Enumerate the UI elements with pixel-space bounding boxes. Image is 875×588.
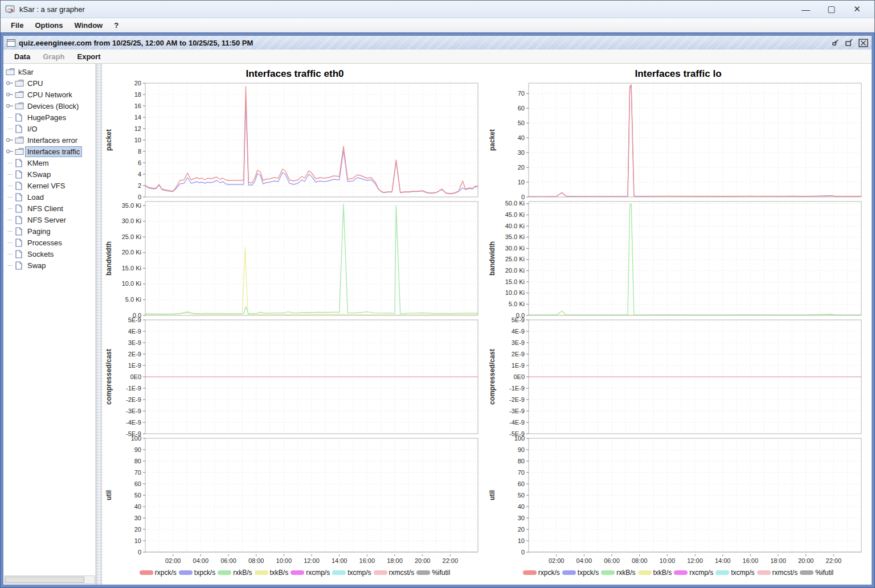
menu-item-export[interactable]: Export xyxy=(72,51,105,63)
y-tick-label: 1E-9 xyxy=(512,362,525,369)
legend-label: rxmcst/s xyxy=(772,569,798,577)
sidebar-item-processes[interactable]: Processes xyxy=(6,237,96,248)
internal-close-button[interactable] xyxy=(858,38,868,47)
x-tick-label: 22:00 xyxy=(443,557,459,564)
tree-expand-handle[interactable] xyxy=(6,80,14,86)
legend-swatch xyxy=(140,570,153,575)
sidebar-item-kswap[interactable]: KSwap xyxy=(6,168,96,180)
sidebar-item-paging[interactable]: Paging xyxy=(6,225,96,237)
y-tick-label: 4E-9 xyxy=(128,328,141,335)
iconify-button[interactable] xyxy=(831,38,841,47)
legend-swatch xyxy=(757,570,771,575)
file-icon xyxy=(15,216,23,224)
sidebar-item-label: Kernel VFS xyxy=(25,180,67,191)
lo-x-axis: 02:0004:0006:0008:0010:0012:0014:0016:00… xyxy=(486,554,867,566)
legend-swatch xyxy=(374,570,387,575)
x-tick-label: 16:00 xyxy=(359,557,375,564)
split-pane-divider[interactable] xyxy=(96,64,102,585)
menu-item-options[interactable]: Options xyxy=(29,19,68,31)
legend-swatch xyxy=(255,570,268,575)
y-tick-label: 100 xyxy=(131,436,141,442)
window-titlebar[interactable]: kSar : a sar grapher — ▢ ✕ xyxy=(1,1,874,18)
legend-label: rxkB/s xyxy=(616,569,635,577)
y-tick-label: -1E-9 xyxy=(126,385,141,392)
y-tick-label: 45.0 Ki xyxy=(505,211,525,218)
menu-item-file[interactable]: File xyxy=(5,19,29,31)
y-tick-label: 0 xyxy=(521,549,525,555)
y-tick-label: 5E-9 xyxy=(512,318,525,323)
y-tick-label: 0 xyxy=(138,194,141,200)
sidebar-item-interfaces-traffic[interactable]: Interfaces traffic xyxy=(6,146,96,157)
y-tick-label: 100 xyxy=(514,436,525,442)
y-tick-label: 3E-9 xyxy=(128,339,141,346)
chart-title: Interfaces traffic eth0 xyxy=(103,65,486,81)
lo-packet-plot[interactable]: 010203040506070packet xyxy=(486,81,867,199)
tree-expand-handle[interactable] xyxy=(6,92,14,97)
sidebar-item-kernel-vfs[interactable]: Kernel VFS xyxy=(6,180,96,191)
internal-frame-titlebar[interactable]: quiz.eeengineer.com from 10/25/25, 12:00… xyxy=(3,36,872,50)
sidebar-item-label: Devices (Block) xyxy=(25,101,81,112)
sidebar-item-cpu-network[interactable]: CPU Network xyxy=(6,89,96,100)
x-tick-label: 14:00 xyxy=(715,557,731,564)
y-tick-label: 40 xyxy=(518,134,525,141)
legend-item-txcmp-s: txcmp/s xyxy=(715,569,754,577)
file-icon xyxy=(15,261,23,270)
sidebar-root[interactable]: kSar xyxy=(6,66,96,77)
legend-swatch xyxy=(674,570,688,575)
sidebar-item-hugepages[interactable]: HugePages xyxy=(6,112,96,123)
sidebar-item-swap[interactable]: Swap xyxy=(6,260,96,271)
eth0-compressed-cast-plot[interactable]: 5E-94E-93E-92E-91E-90E0-1E-9-2E-9-3E-9-4… xyxy=(103,318,484,436)
y-tick-label: 1E-9 xyxy=(128,362,141,369)
y-tick-label: 20 xyxy=(134,81,141,87)
lo-compressed-cast-plot[interactable]: 5E-94E-93E-92E-91E-90E0-1E-9-2E-9-3E-9-4… xyxy=(486,318,867,436)
eth0-packet-plot[interactable]: 02468101214161820packet xyxy=(103,81,484,199)
file-icon xyxy=(15,204,23,213)
legend-item-rxpck-s: rxpck/s xyxy=(140,569,177,577)
sidebar: kSarCPUCPU NetworkDevices (Block)HugePag… xyxy=(3,64,96,585)
eth0-bandwidth-plot[interactable]: 0.05.0 Ki10.0 Ki15.0 Ki20.0 Ki25.0 Ki30.… xyxy=(103,199,484,318)
sidebar-item-nfs-server[interactable]: NFS Server xyxy=(6,214,96,225)
x-tick-label: 04:00 xyxy=(576,557,592,564)
y-tick-label: 50.0 Ki xyxy=(505,200,525,207)
menu-item-[interactable]: ? xyxy=(108,19,124,31)
menu-item-data[interactable]: Data xyxy=(9,51,35,63)
sidebar-item-nfs-client[interactable]: NFS Client xyxy=(6,203,96,214)
maximize-button[interactable]: ▢ xyxy=(819,1,844,17)
tree-expand-handle[interactable] xyxy=(6,149,14,154)
sidebar-item-kmem[interactable]: KMem xyxy=(6,157,96,168)
tree-expand-handle[interactable] xyxy=(6,137,14,143)
legend-item-txcmp-s: txcmp/s xyxy=(332,569,371,577)
tree-horizontal-scrollbar[interactable] xyxy=(4,575,95,584)
menu-item-window[interactable]: Window xyxy=(69,19,109,31)
folder-icon xyxy=(6,68,15,76)
sidebar-item-devices-block[interactable]: Devices (Block) xyxy=(6,100,96,112)
y-tick-label: 30 xyxy=(518,149,525,156)
y-tick-label: -2E-9 xyxy=(509,396,525,403)
sidebar-item-i-o[interactable]: I/O xyxy=(6,123,96,134)
legend-label: txkB/s xyxy=(270,569,289,577)
y-tick-label: 5E-9 xyxy=(128,318,141,323)
lo-bandwidth-plot[interactable]: 0.05.0 Ki10.0 Ki15.0 Ki20.0 Ki25.0 Ki30.… xyxy=(486,199,867,318)
tree-expand-handle[interactable] xyxy=(6,103,14,109)
sidebar-item-interfaces-error[interactable]: Interfaces error xyxy=(6,134,96,146)
lo-util-plot[interactable]: 0102030405060708090100util xyxy=(486,436,867,554)
y-tick-label: 70 xyxy=(518,469,525,476)
legend-label: txkB/s xyxy=(653,569,672,577)
legend-label: rxcmp/s xyxy=(306,569,330,577)
y-tick-label: 40.0 Ki xyxy=(505,223,525,229)
x-tick-label: 18:00 xyxy=(387,557,403,564)
close-button[interactable]: ✕ xyxy=(844,1,870,17)
restore-button[interactable] xyxy=(844,38,854,47)
sidebar-item-sockets[interactable]: Sockets xyxy=(6,248,96,260)
y-tick-label: 5.0 Ki xyxy=(125,296,141,303)
y-tick-label: 10 xyxy=(134,137,141,143)
y-tick-label: 70 xyxy=(134,469,141,476)
sidebar-item-cpu[interactable]: CPU xyxy=(6,77,96,89)
sidebar-item-load[interactable]: Load xyxy=(6,191,96,203)
y-tick-label: 20.0 Ki xyxy=(122,249,141,256)
minimize-button[interactable]: — xyxy=(793,1,819,17)
y-tick-label: -1E-9 xyxy=(509,385,525,392)
y-tick-label: 20.0 Ki xyxy=(505,267,525,274)
eth0-util-plot[interactable]: 0102030405060708090100util xyxy=(103,436,484,554)
scrollbar-thumb[interactable] xyxy=(5,577,84,583)
